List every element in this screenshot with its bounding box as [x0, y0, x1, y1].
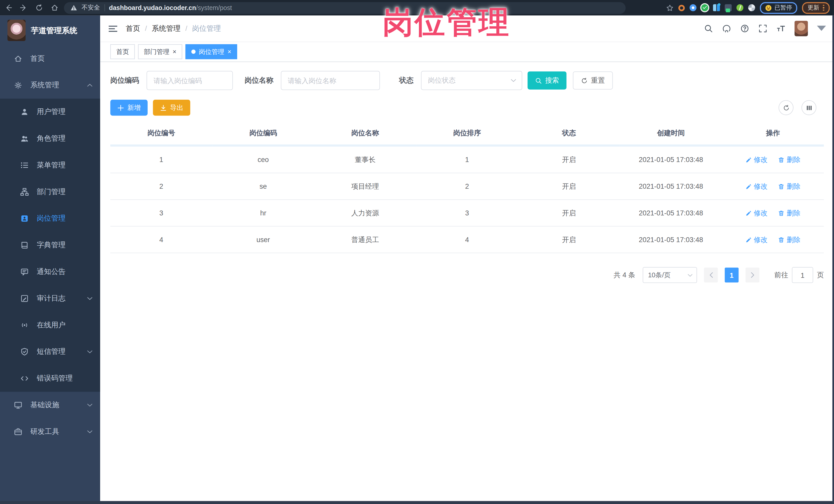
edit-link[interactable]: 修改: [745, 208, 768, 218]
window-right-edge: [832, 16, 834, 504]
post-code-input[interactable]: [147, 71, 233, 90]
extension-icon[interactable]: [737, 4, 744, 11]
reload-icon[interactable]: [35, 4, 43, 12]
column-settings-button[interactable]: [802, 100, 816, 115]
close-icon[interactable]: ×: [173, 48, 177, 55]
bookmark-star-icon[interactable]: [666, 4, 674, 12]
chevron-right-icon: [750, 272, 755, 278]
sidebar-item-menus[interactable]: 菜单管理: [0, 152, 100, 179]
chevron-down-icon: [687, 273, 693, 277]
extension-icon[interactable]: [690, 4, 697, 11]
goto-page-input[interactable]: [792, 267, 813, 283]
extension-icon[interactable]: [679, 5, 685, 11]
breadcrumb-system[interactable]: 系统管理: [152, 24, 180, 33]
table-header-row: 岗位编号 岗位编码 岗位名称 岗位排序 状态 创建时间 操作: [110, 122, 824, 145]
security-label[interactable]: 不安全: [82, 4, 100, 12]
sidebar-item-online-users[interactable]: 在线用户: [0, 312, 100, 338]
sidebar-item-infrastructure[interactable]: 基础设施: [0, 392, 100, 418]
refresh-icon: [783, 104, 790, 111]
col-post-code: 岗位编码: [212, 122, 314, 145]
monitor-icon: [14, 401, 22, 409]
edit-link[interactable]: 修改: [745, 155, 768, 164]
gear-icon: [14, 81, 22, 90]
search-button[interactable]: 搜索: [527, 71, 567, 90]
prev-page-button[interactable]: [704, 267, 718, 282]
forward-icon[interactable]: [20, 4, 28, 12]
tab-home[interactable]: 首页: [110, 44, 135, 59]
columns-icon: [806, 104, 812, 111]
next-page-button[interactable]: [745, 267, 759, 282]
add-button[interactable]: 新增: [110, 100, 148, 115]
home-icon[interactable]: [50, 4, 59, 12]
extension-icon[interactable]: [725, 4, 732, 11]
caret-down-icon[interactable]: [817, 24, 826, 33]
export-button[interactable]: 导出: [153, 100, 190, 115]
page-number-1[interactable]: 1: [725, 267, 739, 282]
tab-departments[interactable]: 部门管理 ×: [138, 44, 182, 59]
fullscreen-icon[interactable]: [758, 24, 767, 33]
code-icon: [20, 374, 29, 382]
sidebar-item-dictionary[interactable]: 字典管理: [0, 232, 100, 259]
col-post-id: 岗位编号: [110, 122, 212, 145]
refresh-table-button[interactable]: [778, 100, 793, 115]
page-size-select[interactable]: 10条/页: [643, 267, 697, 283]
extension-icon[interactable]: [702, 4, 708, 11]
delete-link[interactable]: 删除: [778, 208, 800, 218]
chevron-up-icon: [87, 83, 93, 88]
address-bar[interactable]: 不安全 dashboard.yudao.iocoder.cn/system/po…: [64, 2, 626, 14]
plus-icon: [117, 104, 124, 111]
sidebar-item-home[interactable]: 首页: [0, 45, 100, 72]
page-url[interactable]: dashboard.yudao.iocoder.cn/system/post: [109, 4, 232, 12]
status-label: 状态: [399, 76, 414, 85]
trash-icon: [778, 237, 785, 243]
sidebar-item-system[interactable]: 系统管理: [0, 72, 100, 98]
post-name-input[interactable]: [281, 71, 380, 90]
sidebar-item-announcements[interactable]: 通知公告: [0, 259, 100, 285]
post-name-label: 岗位名称: [245, 76, 273, 85]
user-avatar[interactable]: [794, 21, 808, 36]
sidebar-item-users[interactable]: 用户管理: [0, 98, 100, 125]
users-icon: [20, 134, 29, 143]
extension-icon[interactable]: [748, 4, 755, 11]
sidebar-item-error-codes[interactable]: 错误码管理: [0, 365, 100, 392]
hamburger-icon[interactable]: [108, 24, 117, 32]
paused-extension-badge[interactable]: 已暂停: [760, 2, 797, 14]
sidebar-item-posts[interactable]: 岗位管理: [0, 205, 100, 232]
table-toolbar: 新增 导出: [110, 100, 824, 115]
close-icon[interactable]: ×: [227, 48, 231, 55]
delete-link[interactable]: 删除: [778, 235, 800, 244]
menu-list-icon: [20, 161, 29, 170]
status-select[interactable]: 岗位状态: [421, 71, 522, 90]
sidebar-item-audit-log[interactable]: 审计日志: [0, 285, 100, 312]
not-secure-warning-icon: [70, 4, 77, 11]
search-icon[interactable]: [704, 24, 713, 33]
font-size-icon[interactable]: [776, 24, 786, 33]
help-icon[interactable]: [740, 24, 749, 33]
extension-icon[interactable]: [714, 4, 720, 11]
reset-button[interactable]: 重置: [573, 71, 613, 90]
sidebar-item-departments[interactable]: 部门管理: [0, 178, 100, 205]
edit-link[interactable]: 修改: [745, 235, 768, 244]
github-icon[interactable]: [722, 24, 731, 33]
sidebar-item-dev-tools[interactable]: 研发工具: [0, 418, 100, 445]
tab-posts[interactable]: 岗位管理 ×: [185, 44, 237, 59]
edit-link[interactable]: 修改: [745, 181, 768, 191]
top-navbar: 首页 / 系统管理 / 岗位管理: [100, 16, 834, 42]
sidebar: 芋道管理系统 首页 系统管理 用户管理 角色管理 菜单管理: [0, 16, 100, 504]
delete-link[interactable]: 删除: [778, 181, 800, 191]
trash-icon: [778, 183, 785, 190]
sidebar-item-roles[interactable]: 角色管理: [0, 125, 100, 152]
col-status: 状态: [518, 122, 620, 145]
user-icon: [20, 108, 29, 116]
breadcrumb-home[interactable]: 首页: [126, 24, 140, 33]
app-logo: [7, 20, 26, 41]
back-icon[interactable]: [4, 4, 12, 12]
delete-link[interactable]: 删除: [778, 155, 800, 164]
app-logo-row[interactable]: 芋道管理系统: [0, 16, 100, 45]
window-bottom-edge: [0, 501, 834, 504]
screen: 不安全 dashboard.yudao.iocoder.cn/system/po…: [0, 0, 834, 504]
trash-icon: [778, 156, 785, 163]
browser-update-button[interactable]: 更新: [802, 2, 830, 14]
tags-view-bar: 首页 部门管理 × 岗位管理 ×: [100, 42, 834, 62]
sidebar-item-sms[interactable]: 短信管理: [0, 338, 100, 365]
